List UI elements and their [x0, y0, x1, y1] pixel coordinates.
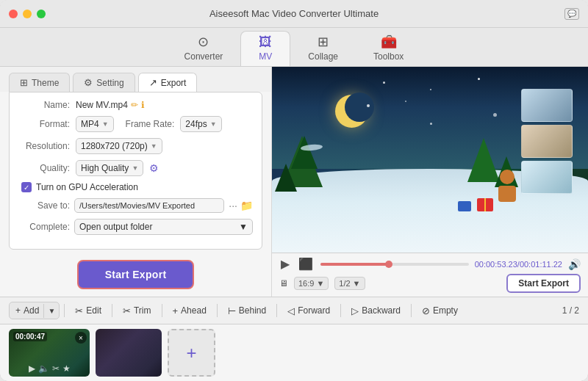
tab-mv-label: MV — [259, 51, 272, 62]
start-export-main-button[interactable]: Start Export — [77, 260, 195, 289]
clip-timeline: 00:00:47 × ▶ 🔈 ✂ ★ + — [0, 324, 588, 381]
minimize-button[interactable] — [23, 10, 32, 18]
tab-toolbox[interactable]: 🧰 Toolbox — [356, 31, 421, 66]
clip-1-duration: 00:00:47 — [13, 332, 47, 341]
clip-item-2[interactable] — [96, 329, 162, 377]
clip-1-play-icon: ▶ — [29, 363, 35, 374]
tab-converter[interactable]: ⊙ Converter — [167, 31, 241, 66]
progress-bar[interactable] — [320, 263, 469, 266]
forward-button[interactable]: ◁ Forward — [282, 302, 336, 319]
backward-button[interactable]: ▷ Backward — [345, 302, 406, 319]
save-more-btn[interactable]: ··· — [229, 200, 237, 211]
frame-rate-value: 24fps — [185, 119, 207, 129]
progress-thumb — [385, 261, 392, 268]
right-panel: ▶ ⬛ 00:00:53.23/00:01:11.22 🔊 🖥 — [272, 67, 588, 297]
format-row: Format: MP4 ▼ Frame Rate: 24fps ▼ — [18, 116, 253, 132]
stop-button[interactable]: ⬛ — [297, 257, 315, 271]
sub-tab-export[interactable]: ↗ Export — [138, 73, 198, 92]
play-button[interactable]: ▶ — [279, 257, 291, 271]
start-export-small-button[interactable]: Start Export — [506, 274, 581, 293]
ahead-button[interactable]: + Ahead — [167, 302, 212, 319]
trim-button[interactable]: ✂ Trim — [117, 302, 157, 319]
empty-button[interactable]: ⊘ Empty — [416, 302, 464, 319]
frame-rate-select[interactable]: 24fps ▼ — [180, 116, 221, 132]
gb-head — [500, 170, 514, 184]
ahead-label: Ahead — [181, 305, 207, 316]
tab-toolbox-label: Toolbox — [373, 51, 404, 62]
quality-gear-icon[interactable]: ⚙ — [149, 162, 159, 174]
backward-label: Backward — [362, 305, 401, 316]
add-clip-button[interactable]: + — [168, 329, 215, 377]
video-preview — [272, 67, 588, 253]
info-icon[interactable]: ℹ — [141, 100, 145, 110]
separator-2 — [112, 304, 112, 317]
format-chevron: ▼ — [102, 120, 109, 128]
resolution-select[interactable]: 1280x720 (720p) ▼ — [76, 138, 162, 154]
volume-icon[interactable]: 🔊 — [568, 258, 581, 270]
tree-left-3 — [275, 164, 297, 192]
backward-icon: ▷ — [351, 305, 359, 316]
ratio-select[interactable]: 16:9 ▼ — [294, 277, 329, 290]
clip-1-audio-icon: 🔈 — [38, 363, 49, 374]
behind-button[interactable]: ⊢ Behind — [222, 302, 272, 319]
scene-container — [272, 67, 588, 253]
save-folder-btn[interactable]: 📁 — [240, 200, 253, 211]
behind-icon: ⊢ — [228, 305, 236, 316]
save-path: /Users/test/Movies/MV Exported — [74, 198, 224, 213]
save-label: Save to: — [18, 200, 70, 211]
moon — [335, 95, 368, 128]
clip-1-close[interactable]: × — [75, 332, 87, 344]
tab-collage[interactable]: ⊞ Collage — [290, 31, 356, 66]
clip-item-1[interactable]: 00:00:47 × ▶ 🔈 ✂ ★ — [9, 329, 90, 377]
clip-1-star-icon: ★ — [62, 363, 71, 374]
chat-icon[interactable]: 💬 — [564, 8, 579, 20]
sub-tab-theme[interactable]: ⊞ Theme — [9, 73, 70, 92]
settings-form: Name: New MV.mp4 ✏ ℹ Format: MP4 ▼ Frame… — [9, 92, 262, 250]
sub-tab-setting[interactable]: ⚙ Setting — [73, 73, 135, 92]
separator-4 — [217, 304, 218, 317]
complete-select[interactable]: Open output folder ▼ — [74, 219, 253, 235]
resolution-value: 1280x720 (720p) — [81, 141, 148, 151]
export-icon: ↗ — [149, 77, 157, 88]
quality-level-chevron: ▼ — [353, 279, 361, 288]
setting-icon: ⚙ — [84, 77, 93, 88]
complete-row: Complete: Open output folder ▼ — [18, 219, 253, 235]
titlebar: Aiseesoft Mac Video Converter Ultimate 💬 — [0, 0, 588, 28]
thumb-1 — [521, 89, 573, 122]
empty-label: Empty — [433, 305, 458, 316]
bottom-toolbar: + Add ▼ ✂ Edit ✂ Trim + Ahead ⊢ — [0, 297, 588, 324]
snowflake2 — [430, 123, 432, 125]
maximize-button[interactable] — [37, 10, 46, 18]
resolution-label: Resolution: — [18, 141, 70, 151]
separator-7 — [411, 304, 412, 317]
video-background — [272, 67, 588, 253]
quality-level-select[interactable]: 1/2 ▼ — [334, 277, 365, 290]
separator-6 — [340, 304, 341, 317]
toolbox-icon: 🧰 — [381, 34, 397, 50]
add-label: Add — [24, 305, 39, 316]
edit-button[interactable]: ✂ Edit — [69, 302, 107, 319]
name-text: New MV.mp4 — [76, 100, 128, 110]
time-total: 00:01:11.22 — [520, 260, 562, 269]
tab-mv[interactable]: 🖼 MV — [240, 31, 290, 66]
left-panel: ⊞ Theme ⚙ Setting ↗ Export Name: — [0, 67, 272, 297]
add-button[interactable]: + Add — [10, 302, 43, 319]
video-thumbnails — [521, 89, 573, 194]
complete-value: Open output folder — [79, 222, 152, 232]
format-select[interactable]: MP4 ▼ — [76, 116, 114, 132]
quality-label: Quality: — [18, 163, 70, 173]
window-title: Aiseesoft Mac Video Converter Ultimate — [209, 8, 379, 19]
separator-3 — [162, 304, 162, 317]
name-value: New MV.mp4 ✏ ℹ — [76, 100, 253, 110]
trim-label: Trim — [134, 305, 151, 316]
quality-level-value: 1/2 — [339, 279, 350, 288]
quality-select[interactable]: High Quality ▼ — [76, 160, 143, 176]
gpu-label: Turn on GPU Acceleration — [36, 182, 138, 192]
edit-scissors-icon: ✂ — [75, 305, 83, 316]
edit-icon[interactable]: ✏ — [131, 100, 138, 110]
add-dropdown-button[interactable]: ▼ — [43, 304, 59, 318]
mv-icon: 🖼 — [259, 35, 272, 50]
quality-row: Quality: High Quality ▼ ⚙ — [18, 160, 253, 176]
gpu-checkbox[interactable]: ✓ — [21, 182, 32, 192]
close-button[interactable] — [9, 10, 18, 18]
